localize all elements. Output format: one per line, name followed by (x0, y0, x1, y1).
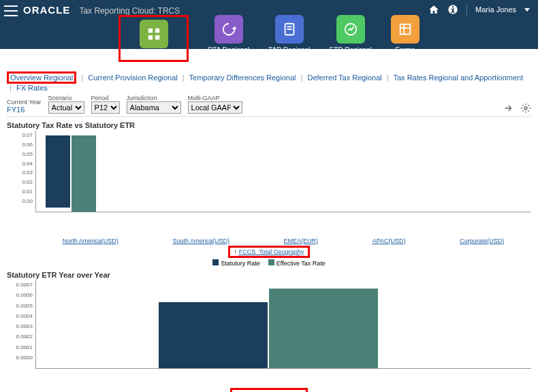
chart-statutory-vs-etr: Statutory Tax Rate vs Statutory ETR 0.07… (7, 121, 531, 267)
card-label: ETR Regional (330, 46, 372, 54)
card-tar-regional[interactable]: TAR Regional (268, 15, 311, 62)
xlabel-sa[interactable]: South America(USD) (172, 238, 230, 244)
card-label: RTA Regional (208, 46, 249, 54)
tab-current-provision[interactable]: Current Provision Regional (88, 74, 177, 82)
svg-rect-5 (155, 35, 159, 39)
svg-rect-7 (287, 26, 291, 27)
chart2-plot (35, 280, 531, 369)
scenario-label: Scenario (48, 95, 84, 101)
jurisdiction-label: Jurisdiction (127, 95, 181, 101)
period-select[interactable]: P12 (91, 101, 120, 114)
tab-deferred-tax[interactable]: Deferred Tax Regional (307, 74, 381, 82)
card-rta-regional[interactable]: RTA Regional (208, 15, 249, 62)
app-title: Tax Reporting Cloud: TRCS (79, 6, 180, 16)
svg-rect-4 (148, 35, 152, 39)
logo: ORACLE (23, 4, 70, 16)
accessibility-icon[interactable] (447, 4, 458, 15)
card-label: Package Regional (126, 51, 181, 59)
chart-etr-yoy: Statutory ETR Year over Year 0.00070.000… (7, 271, 531, 392)
user-name[interactable]: Maria Jones (475, 5, 516, 14)
arrow-right-icon[interactable] (503, 103, 513, 114)
svg-rect-3 (155, 29, 159, 33)
svg-point-13 (524, 107, 527, 110)
settings-icon[interactable] (520, 103, 531, 114)
current-year-value[interactable]: FY16 (7, 105, 42, 114)
legend-etr: Effective Tax Rate (276, 260, 326, 267)
tab-overview-regional[interactable]: Overview Regional (10, 74, 73, 82)
xlabel-na[interactable]: North America(USD) (63, 238, 118, 244)
period-label: Period (91, 95, 120, 101)
chart2-title: Statutory ETR Year over Year (7, 271, 531, 279)
svg-rect-10 (400, 24, 411, 35)
tab-tax-rates[interactable]: Tax Rates Regional and Apportionment (394, 74, 524, 82)
chart1-legend: Statutory Rate Effective Tax Rate (7, 259, 531, 267)
card-forms[interactable]: Forms (391, 15, 420, 62)
chevron-down-icon[interactable] (524, 8, 530, 12)
home-icon[interactable] (428, 4, 439, 15)
legend-statutory: Statutory Rate (221, 260, 260, 267)
card-label: TAR Regional (268, 46, 311, 54)
separator (466, 4, 467, 15)
menu-icon[interactable] (4, 5, 18, 16)
chart1-plot (35, 131, 531, 212)
card-label: Forms (396, 46, 415, 54)
card-strip: Package Regional RTA Regional TAR Region… (0, 15, 538, 62)
multigaap-select[interactable]: Local GAAP (188, 101, 242, 114)
chart1-xaxis: North America(USD) South America(USD) EM… (35, 238, 531, 244)
chart2-yaxis: 0.00070.00060.00050.00040.00030.00020.00… (7, 280, 35, 369)
bar-etr-na[interactable] (72, 135, 96, 212)
bar-prior-year[interactable] (159, 302, 268, 368)
multigaap-label: Multi-GAAP (188, 95, 242, 101)
xlabel-corp[interactable]: Corporate(USD) (460, 238, 504, 244)
chart1-yaxis: 0.070.060.050.040.030.020.010.00 (7, 131, 35, 212)
tab-temp-diff[interactable]: Temporary Differences Regional (189, 74, 296, 82)
svg-rect-8 (287, 29, 291, 30)
scenario-select[interactable]: Actual (48, 101, 84, 114)
xlabel-apac[interactable]: APAC(USD) (373, 238, 406, 244)
xlabel-emea[interactable]: EMEA(EUR) (284, 238, 319, 244)
card-etr-regional[interactable]: ETR Regional (330, 15, 372, 62)
bar-current-year[interactable] (269, 289, 378, 368)
current-year-label: Current Year (7, 99, 42, 105)
chart1-title: Statutory Tax Rate vs Statutory ETR (7, 121, 531, 129)
jurisdiction-select[interactable]: Alabama (127, 101, 181, 114)
tab-fx-rates[interactable]: FX Rates (16, 84, 48, 92)
sub-tabs: Overview Regional | Current Provision Re… (7, 70, 531, 93)
svg-rect-2 (148, 29, 152, 33)
drill-link[interactable]: FCCS_Total Geography (239, 248, 304, 255)
card-package-regional[interactable]: Package Regional (118, 15, 189, 62)
filter-bar: Current Year FY16 Scenario Actual Period… (7, 95, 531, 117)
bar-statutory-na[interactable] (46, 135, 70, 208)
svg-point-1 (452, 6, 454, 7)
